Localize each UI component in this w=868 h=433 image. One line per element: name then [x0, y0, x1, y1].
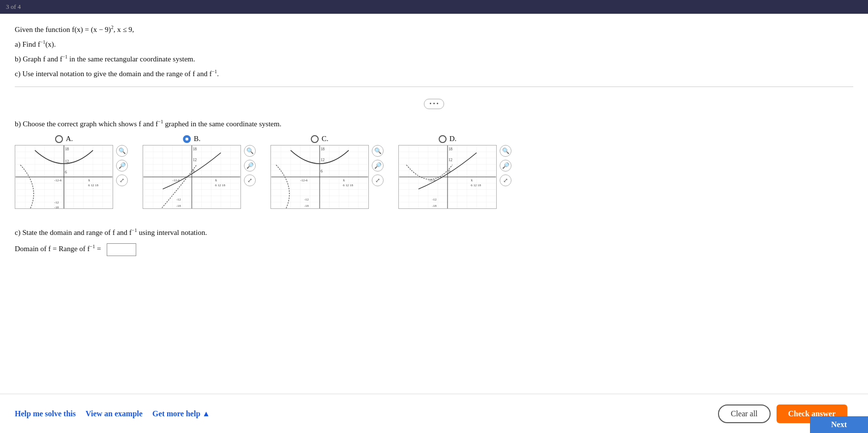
option-a[interactable]: A.: [15, 135, 113, 209]
radio-a[interactable]: [55, 135, 63, 143]
domain-row: Domain of f = Range of f−1 =: [15, 243, 853, 256]
option-c-label: C.: [322, 135, 329, 143]
svg-text:18: 18: [449, 147, 452, 151]
domain-section: c) State the domain and range of f and f…: [15, 227, 853, 256]
help-me-solve-button[interactable]: Help me solve this: [15, 409, 86, 418]
svg-text:12: 12: [193, 158, 197, 162]
svg-text:6: 6: [193, 169, 195, 173]
problem-counter: 3 of 4: [6, 3, 21, 11]
svg-text:x: x: [471, 178, 473, 182]
svg-text:6 12 18: 6 12 18: [88, 183, 98, 187]
svg-text:x: x: [215, 178, 217, 182]
svg-text:18: 18: [321, 147, 325, 151]
graph-d-svg: 18 12 6 x -12-6 6 12 18 -12 -18: [399, 145, 496, 208]
svg-text:18: 18: [65, 147, 69, 151]
part-c-text: c) Use interval notation to give the dom…: [15, 68, 853, 80]
part-b-text: b) Graph f and f−1 in the same rectangul…: [15, 53, 853, 65]
graph-b: 18 12 6 x -12-6 6 12 18 -12 -18: [143, 145, 241, 209]
option-b[interactable]: B.: [143, 135, 241, 209]
graph-options-row: A.: [15, 135, 853, 209]
zoom-in-b[interactable]: 🔍: [244, 145, 256, 157]
bottom-bar: Help me solve this View an example Get m…: [0, 394, 868, 433]
graph-b-svg: 18 12 6 x -12-6 6 12 18 -12 -18: [143, 145, 240, 208]
svg-text:x: x: [88, 178, 90, 182]
option-d[interactable]: D.: [398, 135, 497, 209]
svg-text:-18: -18: [54, 205, 59, 208]
graph-c: 18 12 6 x -12-6 6 12 18 -12 -18: [270, 145, 369, 209]
dots-button[interactable]: • • •: [424, 99, 444, 109]
graph-c-icons: 🔍 🔎 ⤢: [372, 145, 384, 186]
svg-text:-12: -12: [432, 198, 437, 201]
svg-text:6: 6: [65, 170, 67, 174]
graph-a-icons: 🔍 🔎 ⤢: [116, 145, 128, 186]
more-help-arrow-icon: ▲: [202, 409, 210, 418]
divider: [15, 87, 853, 87]
svg-text:-18: -18: [304, 204, 309, 207]
expand-c[interactable]: ⤢: [372, 174, 384, 186]
graph-a: 18 12 6 x -12-6 6 12 18 -12 -18: [15, 145, 113, 209]
graph-d-icons: 🔍 🔎 ⤢: [500, 145, 511, 186]
part-c2-label: c) State the domain and range of f and f…: [15, 227, 853, 238]
svg-text:-12: -12: [176, 198, 181, 201]
svg-text:6: 6: [449, 169, 450, 173]
svg-text:x: x: [343, 178, 345, 182]
zoom-in-c[interactable]: 🔍: [372, 145, 384, 157]
svg-text:12: 12: [65, 159, 69, 164]
option-d-label: D.: [449, 135, 457, 143]
get-more-help-button[interactable]: Get more help ▲: [152, 409, 210, 418]
expand-b[interactable]: ⤢: [244, 174, 256, 186]
expand-d[interactable]: ⤢: [500, 174, 511, 186]
svg-text:-12-6: -12-6: [300, 178, 308, 182]
given-function: Given the function f(x) = (x − 9)2, x ≤ …: [15, 24, 853, 35]
svg-text:6: 6: [321, 169, 323, 173]
zoom-out-b[interactable]: 🔎: [244, 160, 256, 172]
expand-a[interactable]: ⤢: [116, 174, 128, 186]
svg-text:-12: -12: [54, 201, 59, 204]
next-button[interactable]: Next: [810, 416, 868, 433]
svg-text:-12-6: -12-6: [54, 178, 61, 182]
zoom-out-a[interactable]: 🔎: [116, 160, 128, 172]
svg-text:12: 12: [449, 158, 452, 162]
zoom-out-c[interactable]: 🔎: [372, 160, 384, 172]
zoom-in-d[interactable]: 🔍: [500, 145, 511, 157]
svg-text:12: 12: [321, 158, 325, 162]
option-a-label: A.: [66, 135, 73, 143]
part-a-text: a) Find f−1(x).: [15, 38, 853, 50]
svg-text:-18: -18: [432, 204, 437, 207]
radio-c[interactable]: [311, 135, 319, 143]
domain-input[interactable]: [107, 243, 136, 256]
svg-text:6 12 18: 6 12 18: [215, 183, 225, 187]
graph-c-svg: 18 12 6 x -12-6 6 12 18 -12 -18: [271, 145, 368, 208]
option-c[interactable]: C.: [270, 135, 369, 209]
svg-text:18: 18: [193, 147, 197, 151]
clear-all-button[interactable]: Clear all: [718, 404, 771, 423]
graph-d: 18 12 6 x -12-6 6 12 18 -12 -18: [398, 145, 497, 209]
zoom-out-d[interactable]: 🔎: [500, 160, 511, 172]
main-content: Given the function f(x) = (x − 9)2, x ≤ …: [0, 14, 868, 433]
svg-text:-12-6: -12-6: [173, 178, 180, 182]
view-example-button[interactable]: View an example: [86, 409, 152, 418]
svg-text:-18: -18: [176, 204, 181, 207]
top-bar: 3 of 4: [0, 0, 868, 14]
svg-text:6 12 18: 6 12 18: [471, 183, 481, 187]
graph-b-icons: 🔍 🔎 ⤢: [244, 145, 256, 186]
part-b2-label: b) Choose the correct graph which shows …: [15, 118, 853, 130]
svg-text:-12: -12: [304, 198, 309, 201]
graph-a-svg: 18 12 6 x -12-6 6 12 18 -12 -18: [15, 145, 113, 208]
zoom-in-a[interactable]: 🔍: [116, 145, 128, 157]
radio-b[interactable]: [183, 135, 191, 143]
svg-text:-12-6: -12-6: [428, 178, 436, 182]
svg-text:6 12 18: 6 12 18: [343, 183, 353, 187]
option-b-label: B.: [194, 135, 201, 143]
radio-d[interactable]: [439, 135, 447, 143]
